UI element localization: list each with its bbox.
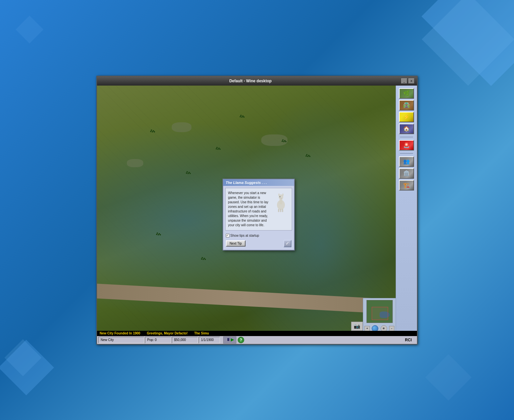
ticker-item-2: Greetings, Mayor Defacto! [147, 331, 188, 335]
status-bar: New City Founded In 1900 Greetings, Mayo… [97, 331, 417, 344]
close-button[interactable]: X [408, 78, 414, 84]
title-bar: Default - Wine desktop _ X [97, 76, 417, 86]
toolbar-separator-2 [400, 153, 413, 154]
tree-cluster-7 [202, 257, 203, 258]
rocky-patch-3 [127, 159, 143, 167]
population-cell: Pop: 0 [145, 337, 171, 343]
civic-icon-2: 🏛️ [403, 171, 410, 176]
llama-icon [274, 192, 287, 212]
window-title: Default - Wine desktop [100, 79, 401, 83]
svg-rect-9 [282, 209, 283, 212]
dialog-footer[interactable]: ✓ Show tips at startup [223, 232, 294, 240]
dialog-close-button[interactable]: ✓ [284, 240, 291, 247]
status-bottom: New City Pop: 0 $50,000 1/1/1900 ⏸ ▶ ? R… [97, 336, 417, 344]
landscape-icon: 🌿 [403, 91, 410, 96]
svg-point-4 [282, 193, 284, 196]
wine-window: Default - Wine desktop _ X [96, 76, 418, 345]
zoom-out-button[interactable]: - [389, 326, 394, 331]
civic-icon-1: 👥 [403, 159, 410, 164]
window-controls: _ X [401, 78, 414, 84]
mini-map-viewport [372, 307, 388, 320]
dialog-tip-text: Whenever you start a new game, the simul… [228, 191, 271, 228]
right-toolbar: 🌿 🛣️ ⚡ 🏠 🚨 👥 [396, 86, 417, 331]
rci-display: RCI [401, 338, 416, 342]
show-tips-text: Show tips at startup [230, 234, 259, 237]
play-icon: ▶ [231, 337, 234, 342]
globe-button[interactable] [372, 325, 378, 331]
ticker-item-3: The Simu [194, 331, 209, 335]
toolbar-separator-1 [400, 137, 413, 137]
mini-map-controls: + ⊕ - [363, 325, 396, 331]
next-tip-button[interactable]: Next Tip [226, 240, 246, 247]
tree-cluster-9 [306, 154, 307, 155]
svg-point-5 [279, 196, 280, 197]
help-button[interactable]: ? [238, 337, 244, 343]
dialog-content: Whenever you start a new game, the simul… [225, 188, 292, 230]
compass-button[interactable]: ⊕ [381, 325, 387, 331]
ticker-item-1: New City Founded In 1900 [100, 331, 140, 335]
utility-button[interactable]: ⚡ [399, 112, 414, 122]
transport-button[interactable]: 🛣️ [399, 100, 414, 110]
funds-cell: $50,000 [172, 337, 198, 343]
svg-rect-8 [280, 209, 281, 212]
zoom-in-button[interactable]: + [365, 326, 370, 331]
civic-button-2[interactable]: 🏛️ [399, 168, 414, 179]
dialog-title-bar: The Llama Suggests . . . [223, 179, 294, 186]
date-cell: 1/1/1900 [199, 337, 220, 343]
dialog-title: The Llama Suggests . . . [226, 181, 267, 185]
game-area[interactable]: The Llama Suggests . . . [97, 86, 396, 331]
zone-button[interactable]: 🏠 [399, 124, 414, 134]
dialog-buttons: Next Tip ✓ [223, 240, 294, 250]
llama-dialog: The Llama Suggests . . . [223, 179, 295, 250]
rocky-patch-1 [172, 122, 191, 132]
emergency-button[interactable]: 🚨 [399, 140, 414, 150]
svg-point-3 [278, 193, 280, 196]
pause-icon: ⏸ [226, 337, 230, 342]
svg-point-6 [281, 198, 282, 199]
svg-rect-7 [278, 209, 279, 212]
utility-icon: ⚡ [403, 114, 410, 120]
screenshot-button[interactable]: 📷 [351, 322, 363, 331]
zone-icon: 🏠 [403, 126, 410, 131]
llama-image [273, 191, 289, 214]
civic-button-3[interactable]: 🏗️ [399, 180, 414, 190]
minimize-button[interactable]: _ [401, 78, 407, 84]
mini-map-section: + ⊕ - [363, 298, 396, 331]
tree-cluster-3 [282, 139, 284, 141]
speed-controls[interactable]: ⏸ ▶ [223, 336, 236, 344]
show-tips-checkbox[interactable]: ✓ [226, 234, 229, 237]
rocky-patch-2 [261, 134, 287, 146]
emergency-icon: 🚨 [403, 143, 410, 148]
game-controls: ⏸ ▶ ? [223, 336, 244, 344]
tree-cluster-2 [216, 147, 218, 148]
show-tips-label[interactable]: ✓ Show tips at startup [226, 234, 259, 237]
city-name-cell: New City [98, 337, 144, 343]
status-ticker: New City Founded In 1900 Greetings, Mayo… [97, 331, 417, 336]
transport-icon: 🛣️ [403, 103, 410, 108]
civic-button-1[interactable]: 👥 [399, 156, 414, 167]
civic-icon-3: 🏗️ [403, 183, 410, 188]
landscape-button[interactable]: 🌿 [399, 88, 414, 99]
window-body: The Llama Suggests . . . [97, 86, 417, 331]
mini-map[interactable] [366, 300, 393, 323]
